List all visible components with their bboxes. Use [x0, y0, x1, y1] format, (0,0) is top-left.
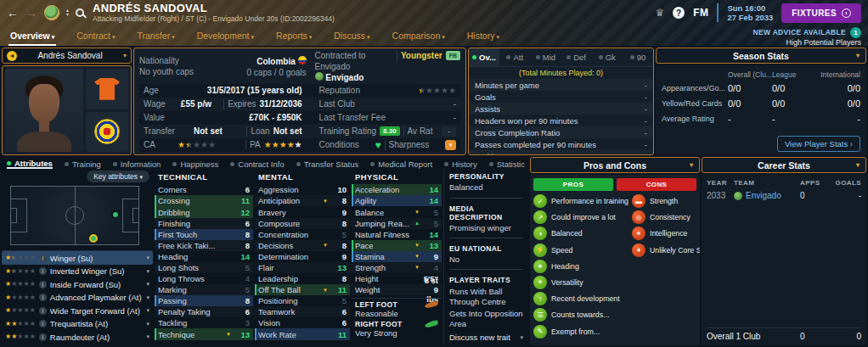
season-columns: Overall (Clu...LeagueInternational	[662, 69, 860, 81]
advice-notification[interactable]: NEW ADVICE AVAILABLE 1 High Potential Pl…	[753, 27, 861, 48]
nationality-value: Colombia	[256, 57, 296, 66]
season-stats-panel: Season Stats▾ Overall (Clu...LeagueInter…	[656, 48, 866, 155]
stats-tab-gk[interactable]: Gk	[592, 48, 623, 66]
subtab-happiness[interactable]: Happiness	[172, 157, 218, 169]
discuss-new-trait[interactable]: Discuss new trait▾	[449, 333, 523, 342]
fixtures-button[interactable]: FIXTURES ›	[781, 3, 861, 23]
role-row[interactable]: ★★★★★iAdvanced Playmaker (At)▾	[2, 291, 153, 305]
subtab-attributes[interactable]: Attributes	[7, 157, 53, 169]
season-row: Average Rating---	[662, 111, 860, 126]
pro-item[interactable]: ↑Recent development	[533, 292, 628, 305]
role-row[interactable]: ★★★★★iWinger (Su)▾	[2, 251, 153, 265]
position-pitch	[10, 186, 139, 245]
club-kit-icon[interactable]	[86, 69, 128, 109]
tab-contract[interactable]: Contract▾	[75, 27, 116, 46]
career-overall-row: Overall 1 Club 0 0	[707, 327, 861, 343]
training-rating-badge[interactable]: 8.30	[380, 126, 400, 136]
tab-dot-icon	[599, 55, 603, 59]
chevron-down-icon: ▾	[146, 333, 149, 340]
list-icon: ☰	[533, 308, 547, 322]
stats-tabs: Ov...AttMidDefGk90	[469, 48, 653, 67]
stats-tab-90[interactable]: 90	[623, 48, 653, 66]
tab-overview[interactable]: Overview▾	[8, 27, 56, 46]
colombia-flag-icon	[298, 56, 307, 64]
pro-item[interactable]: ⚡Speed	[533, 243, 628, 257]
club-link[interactable]: Envigado	[325, 73, 364, 82]
tab-reports[interactable]: Reports▾	[274, 27, 313, 46]
con-item[interactable]: ▬Strength	[632, 194, 700, 208]
pro-item[interactable]: ●Heading	[533, 260, 628, 273]
stats-tab-att[interactable]: Att	[499, 48, 530, 66]
achievements-icon[interactable]: ♛	[655, 7, 664, 19]
subtab-medical-report[interactable]: Medical Report	[370, 157, 432, 169]
role-row[interactable]: ★★★★★iTrequartista (At)▾	[2, 317, 153, 331]
info-icon: i	[39, 255, 47, 262]
personality-label: PERSONALITY	[449, 172, 523, 181]
transfer-label: Transfer	[144, 126, 175, 136]
youth-caps-label: No youth caps	[139, 67, 243, 78]
back-arrow-icon[interactable]: ←	[7, 6, 19, 20]
stats-tab-def[interactable]: Def	[561, 48, 591, 66]
eu-national-label: EU NATIONAL	[449, 244, 523, 253]
role-row[interactable]: ★★★★★iInside Forward (Su)▾	[2, 277, 153, 291]
tab-development[interactable]: Development▾	[195, 27, 256, 46]
tab-transfer[interactable]: Transfer▾	[135, 27, 176, 46]
stats-tab-mid[interactable]: Mid	[530, 48, 561, 66]
career-stats-header[interactable]: Career Stats▾	[702, 157, 866, 173]
pro-item[interactable]: ◑Balanced	[533, 227, 628, 240]
last-club-value: -	[454, 99, 456, 109]
role-row[interactable]: ★★★★★iRaumdeuter (At)▾	[2, 330, 153, 344]
cycle-player-icon[interactable]: ▴▾	[66, 8, 69, 17]
subtab-transfer-status[interactable]: Transfer Status	[296, 157, 359, 169]
ca-stars: ★★★★★	[178, 141, 216, 149]
cons-button[interactable]: CONS	[617, 178, 696, 191]
tab-discuss[interactable]: Discuss▾	[332, 27, 371, 46]
forward-arrow-icon[interactable]: →	[25, 6, 37, 20]
tab-dot-icon	[566, 55, 571, 59]
con-item[interactable]: ♦Unlikely Core Social...	[632, 243, 700, 257]
key-attributes-dropdown[interactable]: Key attributes ▾	[87, 171, 149, 182]
attribute-row: Off The Ball▼11	[255, 284, 350, 295]
attribute-row: Positioning5	[255, 295, 350, 306]
squad-status-badge: FB	[446, 51, 460, 60]
tab-dot-icon	[172, 162, 177, 166]
view-player-stats-link[interactable]: View Player Stats ›	[777, 136, 860, 152]
con-item[interactable]: ◎Consistency	[632, 210, 700, 224]
con-item[interactable]: ✶Intelligence	[632, 227, 700, 240]
trend-down-icon: ▼	[414, 265, 420, 270]
pro-item[interactable]: ✓Performance in training	[533, 194, 628, 208]
search-icon[interactable]	[76, 8, 84, 17]
pro-item[interactable]: ☰Counts towards...	[533, 308, 628, 322]
subtab-training[interactable]: Training	[65, 157, 101, 169]
dumbbell-icon: ▬	[632, 194, 645, 208]
subtab-contract-info[interactable]: Contract Info	[230, 157, 284, 169]
team-link[interactable]: Envigado	[734, 191, 800, 200]
subtab-information[interactable]: Information	[113, 157, 161, 169]
sharpness-icon[interactable]: ▾	[445, 140, 456, 150]
pro-item[interactable]: ✎Exempt from...	[533, 325, 628, 339]
chevron-down-icon: ▾	[146, 294, 149, 301]
physical-title: PHYSICAL	[352, 171, 442, 184]
tab-comparison[interactable]: Comparison▾	[391, 27, 447, 46]
subtab-history[interactable]: History	[444, 157, 477, 169]
club-badge-icon[interactable]	[44, 5, 59, 20]
stat-row: Assists-	[469, 103, 653, 115]
player-select-dropdown[interactable]: ◂ Andrés Sandoval ▾	[2, 48, 132, 64]
role-row[interactable]: ★★★★★iInverted Winger (Su)▾	[2, 265, 153, 278]
attribute-row: Agility14	[352, 195, 442, 206]
season-stats-header[interactable]: Season Stats▾	[656, 48, 866, 64]
attribute-row: Balance▼5	[352, 206, 442, 217]
pro-item[interactable]: ↗Could improve a lot	[533, 210, 628, 224]
role-row[interactable]: ★★★★★iWide Target Forward (At)▾	[2, 304, 153, 317]
help-icon[interactable]: ?	[673, 7, 685, 19]
tab-history[interactable]: History▾	[465, 27, 501, 46]
expires-value: 31/12/2036	[260, 99, 302, 109]
pros-cons-header[interactable]: Pros and Cons▾	[530, 157, 700, 173]
stats-tab-ov[interactable]: Ov...	[469, 48, 499, 66]
nation-badge-icon[interactable]	[86, 112, 128, 153]
expires-label: Expires	[228, 99, 256, 109]
subtab-statistic[interactable]: Statistic	[489, 157, 525, 169]
pros-button[interactable]: PROS	[533, 178, 613, 191]
wage-label: Wage	[144, 99, 166, 109]
pro-item[interactable]: ✦Versatility	[533, 276, 628, 289]
